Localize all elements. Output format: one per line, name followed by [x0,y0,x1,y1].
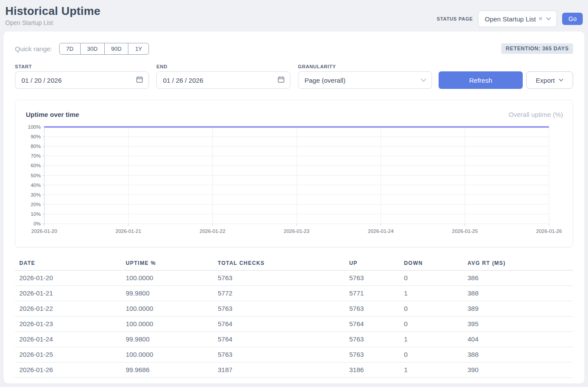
granularity-selected-value: Page (overall) [305,77,345,84]
table-cell: 5763 [213,271,345,286]
table-cell: 5763 [345,332,400,347]
quick-range-button-1y[interactable]: 1Y [128,43,149,55]
status-page-label: STATUS PAGE [437,16,473,21]
uptime-table: DATEUPTIME %TOTAL CHECKSUPDOWNAVG RT (MS… [15,257,573,378]
table-cell: 5763 [213,347,345,362]
table-cell: 2026-01-26 [15,362,121,378]
export-button-label: Export [536,77,555,84]
refresh-button[interactable]: Refresh [439,71,523,89]
table-cell: 0 [400,317,463,332]
svg-text:2026-01-22: 2026-01-22 [200,229,226,234]
svg-text:100%: 100% [28,124,41,130]
clear-icon[interactable]: × [538,15,542,22]
end-label: END [156,64,290,69]
svg-text:2026-01-23: 2026-01-23 [284,229,310,234]
table-row: 2026-01-22100.0000576357630389 [15,301,573,317]
table-cell: 5763 [345,347,400,362]
quick-range-label: Quick range: [15,45,52,53]
table-cell: 2026-01-23 [15,317,121,332]
table-cell: 5764 [345,317,400,332]
table-row: 2026-01-23100.0000576457640395 [15,317,573,332]
svg-text:80%: 80% [31,144,41,149]
uptime-chart-card: Uptime over time Overall uptime (%) 0%10… [15,100,573,247]
chart-title: Uptime over time [26,111,79,118]
uptime-chart: 0%10%20%30%40%50%60%70%80%90%100%2026-01… [15,122,573,241]
table-cell: 1 [400,286,463,301]
svg-text:2026-01-20: 2026-01-20 [32,229,57,234]
table-cell: 3186 [345,362,400,378]
table-column-header: UP [345,257,400,271]
table-row: 2026-01-2699.9686318731861390 [15,362,573,378]
table-cell: 100.0000 [121,301,213,317]
svg-text:10%: 10% [31,211,41,217]
svg-text:50%: 50% [31,173,41,178]
start-label: START [15,64,149,69]
chevron-down-icon [421,78,426,82]
table-cell: 2026-01-21 [15,286,121,301]
chevron-down-icon [559,78,563,82]
svg-text:90%: 90% [31,134,41,139]
quick-range-button-30d[interactable]: 30D [81,43,105,55]
table-cell: 0 [400,347,463,362]
svg-text:60%: 60% [31,163,41,168]
table-cell: 390 [463,362,573,378]
table-row: 2026-01-2499.9800576457631404 [15,332,573,347]
table-cell: 1 [400,332,463,347]
svg-text:2026-01-25: 2026-01-25 [452,229,478,234]
table-cell: 389 [463,301,573,317]
table-column-header: TOTAL CHECKS [213,257,345,271]
granularity-field: GRANULARITY Page (overall) [298,64,432,89]
status-page-select[interactable]: Open Startup List × [478,11,557,27]
table-cell: 2026-01-25 [15,347,121,362]
top-header: Historical Uptime Open Startup List STAT… [0,0,588,32]
table-cell: 2026-01-22 [15,301,121,317]
export-button[interactable]: Export [526,71,573,89]
granularity-select[interactable]: Page (overall) [298,71,432,89]
table-cell: 5764 [213,332,345,347]
svg-text:2026-01-26: 2026-01-26 [536,229,562,234]
quick-range-row: Quick range: 7D30D90D1Y RETENTION: 365 D… [15,42,573,55]
end-field: END 01 / 26 / 2026 [156,64,290,89]
granularity-label: GRANULARITY [298,64,432,69]
go-button[interactable]: Go [562,13,583,25]
page-subtitle: Open Startup List [5,19,100,26]
calendar-icon[interactable] [277,76,285,84]
main-panel: Quick range: 7D30D90D1Y RETENTION: 365 D… [4,32,584,383]
start-date-value: 01 / 20 / 2026 [21,77,62,84]
header-controls: STATUS PAGE Open Startup List × Go [437,11,583,27]
table-cell: 5763 [213,301,345,317]
page-title: Historical Uptime [5,4,100,18]
table-cell: 5764 [213,317,345,332]
table-header-row: DATEUPTIME %TOTAL CHECKSUPDOWNAVG RT (MS… [15,257,573,271]
quick-range-button-7d[interactable]: 7D [59,43,81,55]
table-cell: 0 [400,271,463,286]
table-cell: 395 [463,317,573,332]
table-cell: 388 [463,286,573,301]
table-column-header: UPTIME % [121,257,213,271]
table-column-header: DATE [15,257,121,271]
table-cell: 100.0000 [121,317,213,332]
quick-range-group: 7D30D90D1Y [59,43,149,55]
table-cell: 388 [463,347,573,362]
chart-header: Uptime over time Overall uptime (%) [15,111,573,118]
end-date-input[interactable]: 01 / 26 / 2026 [156,71,290,89]
table-column-header: DOWN [400,257,463,271]
quick-range-button-90d[interactable]: 90D [105,43,129,55]
calendar-icon[interactable] [136,76,143,84]
status-page-selected-value: Open Startup List [485,15,536,23]
table-cell: 99.9800 [121,286,213,301]
svg-text:20%: 20% [31,202,41,207]
table-cell: 99.9800 [121,332,213,347]
start-field: START 01 / 20 / 2026 [15,64,149,89]
table-cell: 5771 [345,286,400,301]
svg-text:40%: 40% [31,183,41,188]
retention-badge: RETENTION: 365 DAYS [501,43,573,54]
svg-text:30%: 30% [31,192,41,197]
chart-legend: Overall uptime (%) [509,111,563,118]
start-date-input[interactable]: 01 / 20 / 2026 [15,71,149,89]
table-cell: 3187 [213,362,345,378]
table-cell: 404 [463,332,573,347]
table-column-header: AVG RT (MS) [463,257,573,271]
chevron-down-icon [546,17,551,21]
filter-form-row: START 01 / 20 / 2026 END 01 / 26 / 2026 … [15,64,573,89]
